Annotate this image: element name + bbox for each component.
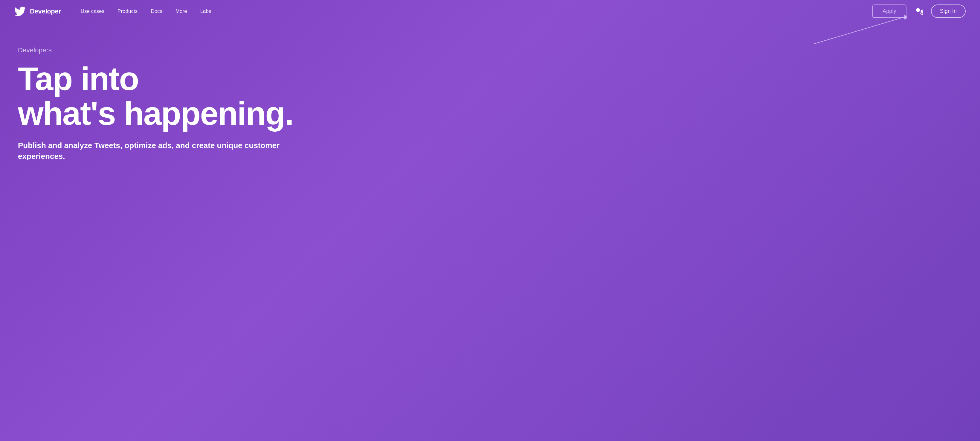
nav-item-docs[interactable]: Docs: [145, 6, 168, 17]
hero-heading: Tap into what's happening.: [18, 61, 341, 131]
svg-line-0: [813, 17, 905, 44]
nav-item-more[interactable]: More: [170, 6, 192, 17]
navbar: Developer Use cases Products Docs More L…: [0, 0, 980, 22]
navbar-nav: Use cases Products Docs More Labs: [75, 6, 872, 17]
nav-item-use-cases[interactable]: Use cases: [75, 6, 110, 17]
apply-button[interactable]: Apply: [872, 5, 907, 18]
nav-item-labs[interactable]: Labs: [195, 6, 217, 17]
search-icon: [915, 8, 923, 15]
hero-heading-line2: what's happening.: [18, 95, 293, 132]
brand-name: Developer: [30, 8, 61, 15]
navbar-actions: Apply Sign In: [872, 5, 966, 18]
page-wrapper: Developer Use cases Products Docs More L…: [0, 0, 980, 441]
navbar-logo[interactable]: Developer: [14, 6, 61, 17]
hero-eyebrow: Developers: [18, 46, 341, 54]
hero-heading-line1: Tap into: [18, 60, 139, 97]
twitter-bird-icon: [14, 6, 26, 17]
hero-subheading: Publish and analyze Tweets, optimize ads…: [18, 140, 287, 162]
search-button[interactable]: [912, 5, 925, 18]
hero-section: Developers Tap into what's happening. Pu…: [0, 22, 359, 192]
nav-item-products[interactable]: Products: [112, 6, 143, 17]
signin-button[interactable]: Sign In: [931, 5, 966, 18]
